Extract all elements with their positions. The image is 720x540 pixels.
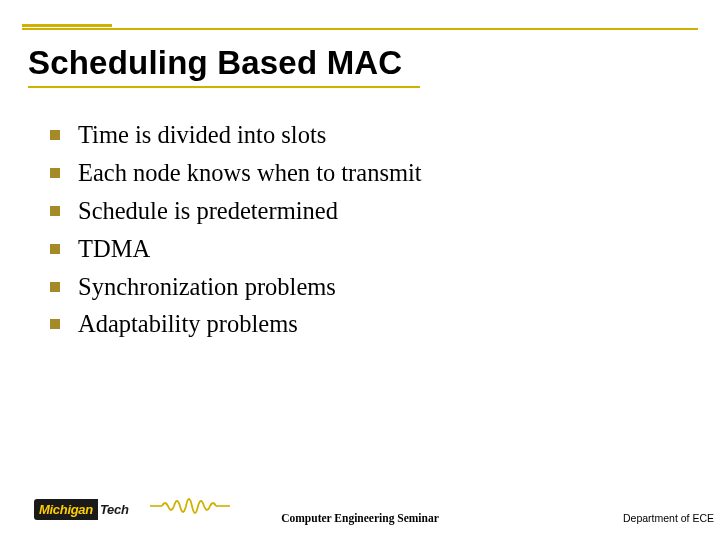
bullet-text: Synchronization problems bbox=[78, 272, 336, 302]
bullet-text: Time is divided into slots bbox=[78, 120, 326, 150]
bullet-icon bbox=[50, 168, 60, 178]
logo-left: Michigan bbox=[34, 499, 98, 520]
bullet-text: Schedule is predetermined bbox=[78, 196, 338, 226]
title-accent-short bbox=[22, 24, 112, 27]
title-underline bbox=[28, 86, 420, 88]
list-item: Schedule is predetermined bbox=[50, 196, 680, 226]
list-item: Each node knows when to transmit bbox=[50, 158, 680, 188]
list-item: Time is divided into slots bbox=[50, 120, 680, 150]
bullet-list: Time is divided into slots Each node kno… bbox=[50, 120, 680, 347]
bullet-text: Adaptability problems bbox=[78, 309, 298, 339]
list-item: TDMA bbox=[50, 234, 680, 264]
bullet-icon bbox=[50, 282, 60, 292]
footer: Michigan Tech Computer Engineering Semin… bbox=[0, 486, 720, 526]
logo-right: Tech bbox=[98, 502, 129, 517]
wave-icon bbox=[150, 492, 230, 520]
bullet-icon bbox=[50, 130, 60, 140]
title-accent-rule bbox=[22, 28, 698, 30]
bullet-icon bbox=[50, 206, 60, 216]
footer-right: Department of ECE bbox=[623, 512, 714, 524]
footer-center: Computer Engineering Seminar bbox=[281, 512, 439, 524]
bullet-text: TDMA bbox=[78, 234, 150, 264]
bullet-icon bbox=[50, 244, 60, 254]
bullet-icon bbox=[50, 319, 60, 329]
logo: Michigan Tech bbox=[34, 499, 129, 520]
list-item: Synchronization problems bbox=[50, 272, 680, 302]
slide-title: Scheduling Based MAC bbox=[28, 44, 402, 82]
list-item: Adaptability problems bbox=[50, 309, 680, 339]
bullet-text: Each node knows when to transmit bbox=[78, 158, 422, 188]
